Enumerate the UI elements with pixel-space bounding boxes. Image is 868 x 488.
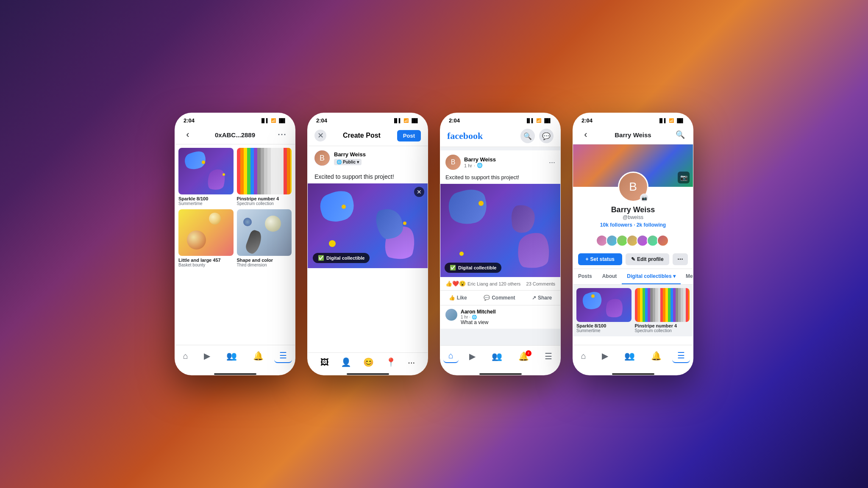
digital-collectible-badge-3: ✅ Digital collectible bbox=[445, 263, 501, 273]
edit-profile-button[interactable]: ✎ Edit profile bbox=[626, 253, 670, 265]
comment-meta: 1 hr · 🌐 bbox=[461, 315, 496, 319]
close-button[interactable]: ✕ bbox=[314, 130, 326, 141]
signal-icon: ▐▌▌ bbox=[260, 118, 269, 123]
video-icon-3: ▶ bbox=[469, 351, 476, 361]
share-icon: ↗ bbox=[532, 295, 536, 301]
reaction-summary: 👍❤️😮 Eric Liang and 120 others bbox=[445, 280, 520, 287]
author-avatar: B bbox=[314, 150, 330, 166]
followers-count[interactable]: 10k bbox=[600, 222, 609, 228]
cover-camera-button[interactable]: 📷 bbox=[678, 172, 690, 183]
nav-bell-3[interactable]: 🔔 2 bbox=[513, 349, 534, 363]
profile-nav: ‹ Barry Weiss 🔍 bbox=[573, 125, 693, 144]
feed-post: B Barry Weiss 1 hr · 🌐 ··· Excited to su… bbox=[440, 150, 560, 329]
video-icon-4: ▶ bbox=[602, 351, 608, 361]
post-image-container: ✕ ✅ Digital collectible bbox=[308, 183, 428, 268]
stats-text: followers · bbox=[610, 222, 637, 228]
gallery-item-pinstripe[interactable]: Pinstripe number 4 Spectrum collection bbox=[237, 148, 292, 206]
collectible-pinstripe[interactable]: Pinstripe number 4 Spectrum collection bbox=[635, 288, 690, 333]
bell-icon: 🔔 bbox=[253, 351, 264, 361]
nav-bell-4[interactable]: 🔔 bbox=[646, 349, 667, 363]
little-sub: Basket bounty bbox=[178, 263, 234, 267]
comment-time: 1 hr bbox=[461, 315, 468, 319]
image-close-button[interactable]: ✕ bbox=[414, 187, 424, 197]
location-tool[interactable]: 📍 bbox=[386, 357, 396, 367]
comment-content: Aaron Mitchell 1 hr · 🌐 What a view bbox=[461, 309, 496, 325]
tab-posts[interactable]: Posts bbox=[573, 269, 597, 284]
little-title: Little and large 457 bbox=[178, 258, 234, 263]
phone-facebook-feed: 2:04 ▐▌▌ 📶 ▐█▌ facebook 🔍 💬 B Barry Weis… bbox=[440, 113, 561, 375]
home-icon-3: ⌂ bbox=[448, 351, 453, 360]
status-icons-2: ▐▌▌ 📶 ▐█▌ bbox=[392, 118, 419, 123]
privacy-badge[interactable]: 🌐 Public ▾ bbox=[334, 159, 362, 165]
more-actions-button[interactable]: ··· bbox=[673, 253, 688, 265]
profile-display-name: Barry Weiss bbox=[580, 205, 686, 214]
video-icon: ▶ bbox=[204, 351, 210, 361]
nav-menu-1[interactable]: ☰ bbox=[274, 349, 292, 363]
friend-avatar-7[interactable] bbox=[657, 235, 669, 247]
gallery-item-little[interactable]: Little and large 457 Basket bounty bbox=[178, 209, 234, 267]
nav-video-1[interactable]: ▶ bbox=[199, 349, 215, 363]
tab-digital-collectibles[interactable]: Digital collectibles ▾ bbox=[622, 269, 681, 284]
tab-mentions[interactable]: Mentions bbox=[681, 269, 693, 284]
tab-about[interactable]: About bbox=[597, 269, 622, 284]
privacy-label: Public bbox=[343, 160, 356, 164]
nav-menu-3[interactable]: ☰ bbox=[540, 349, 557, 363]
emoji-tool[interactable]: 😊 bbox=[363, 357, 374, 367]
share-label: Share bbox=[538, 295, 552, 301]
nav-people-4[interactable]: 👥 bbox=[619, 349, 640, 363]
create-post-header: ✕ Create Post Post bbox=[308, 125, 428, 146]
post-spacer bbox=[308, 268, 428, 353]
like-button[interactable]: 👍 Like bbox=[444, 292, 472, 303]
status-bar-1: 2:04 ▐▌▌ 📶 ▐█▌ bbox=[175, 113, 295, 125]
people-icon-3: 👥 bbox=[492, 351, 502, 361]
more-button[interactable]: ··· bbox=[276, 129, 288, 141]
more-tool[interactable]: ··· bbox=[408, 358, 415, 367]
messenger-button[interactable]: 💬 bbox=[539, 129, 554, 143]
profile-actions: + Set status ✎ Edit profile ··· bbox=[573, 250, 693, 269]
collectible-sparkle[interactable]: Sparkle 8/100 Summertime bbox=[576, 288, 632, 333]
share-button[interactable]: ↗ Share bbox=[527, 292, 557, 303]
post-button[interactable]: Post bbox=[397, 130, 421, 141]
little-thumb bbox=[178, 209, 234, 256]
collectible-sparkle-title: Sparkle 8/100 bbox=[576, 323, 632, 328]
comment-button[interactable]: 💬 Comment bbox=[479, 292, 520, 303]
profile-back-button[interactable]: ‹ bbox=[580, 129, 592, 141]
home-indicator-4 bbox=[612, 373, 654, 375]
search-button[interactable]: 🔍 bbox=[520, 129, 535, 143]
home-indicator-1 bbox=[214, 373, 256, 375]
nav-home-4[interactable]: ⌂ bbox=[576, 349, 591, 363]
nav-home-3[interactable]: ⌂ bbox=[443, 349, 459, 363]
badge-text-3: Digital collectible bbox=[458, 265, 496, 270]
feed-comment: Aaron Mitchell 1 hr · 🌐 What a view bbox=[440, 305, 560, 329]
tag-tool[interactable]: 👤 bbox=[341, 357, 351, 367]
nav-people-3[interactable]: 👥 bbox=[487, 349, 507, 363]
set-status-button[interactable]: + Set status bbox=[578, 253, 622, 265]
avatar-camera-button[interactable]: 📷 bbox=[640, 194, 648, 202]
edit-icon: ✎ bbox=[631, 256, 635, 262]
phone-profile: 2:04 ▐▌▌ 📶 ▐█▌ ‹ Barry Weiss 🔍 📷 B 📷 Bar… bbox=[573, 113, 693, 375]
back-button[interactable]: ‹ bbox=[182, 129, 194, 141]
sparkle-thumb bbox=[178, 148, 234, 194]
nav-video-3[interactable]: ▶ bbox=[464, 349, 481, 363]
comment-preview: What a view bbox=[461, 319, 496, 325]
profile-search-button[interactable]: 🔍 bbox=[674, 129, 686, 141]
gallery-item-sparkle[interactable]: Sparkle 8/100 Summertime bbox=[178, 148, 234, 206]
nav-people-1[interactable]: 👥 bbox=[221, 349, 242, 363]
profile-tabs: Posts About Digital collectibles ▾ Menti… bbox=[573, 269, 693, 285]
globe-icon: 🌐 bbox=[337, 160, 342, 164]
pinstripe-title: Pinstripe number 4 bbox=[237, 196, 292, 201]
gallery-item-shape[interactable]: Shape and color Third dimension bbox=[237, 209, 292, 267]
nav-bell-1[interactable]: 🔔 bbox=[248, 349, 269, 363]
nav-video-4[interactable]: ▶ bbox=[597, 349, 613, 363]
nav-home-1[interactable]: ⌂ bbox=[178, 349, 193, 363]
photo-tool[interactable]: 🖼 bbox=[320, 358, 329, 367]
battery-icon-4: ▐█▌ bbox=[676, 118, 684, 123]
post-author: B Barry Weiss 🌐 Public ▾ bbox=[308, 146, 428, 170]
nav-menu-4[interactable]: ☰ bbox=[672, 349, 690, 363]
collectible-pinstripe-sub: Spectrum collection bbox=[635, 328, 690, 333]
comment-icon: 💬 bbox=[484, 295, 490, 301]
following-count[interactable]: 2k bbox=[637, 222, 642, 228]
feed-avatar: B bbox=[445, 155, 461, 170]
feed-more-button[interactable]: ··· bbox=[549, 158, 555, 167]
set-status-label: Set status bbox=[590, 256, 615, 262]
